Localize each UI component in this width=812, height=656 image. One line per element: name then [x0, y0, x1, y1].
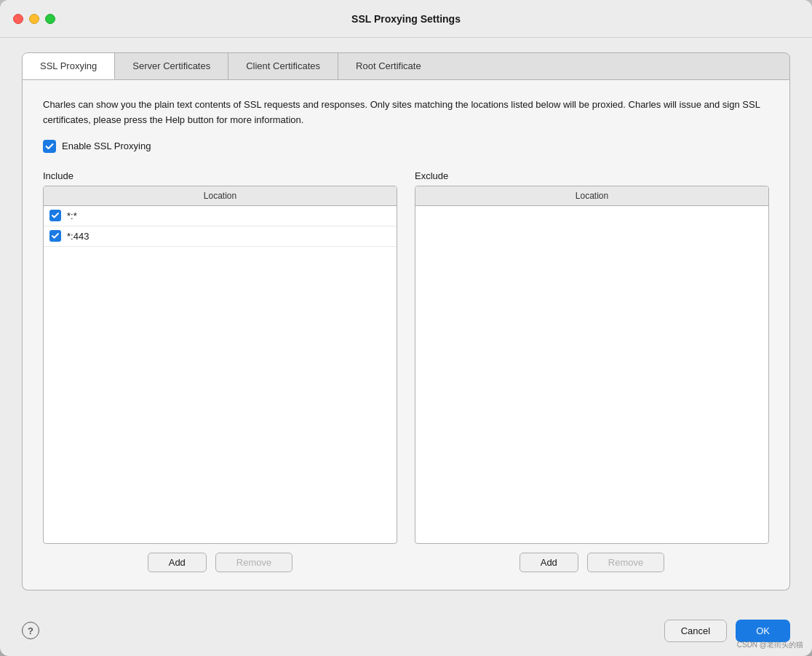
include-label: Include: [43, 170, 397, 181]
include-row-1-checkbox[interactable]: [49, 230, 61, 242]
exclude-buttons: Add Remove: [415, 553, 769, 572]
window: SSL Proxying Settings SSL Proxying Serve…: [0, 0, 812, 656]
tab-server-certificates[interactable]: Server Certificates: [115, 53, 228, 79]
tables-row: Include Location *:*: [43, 170, 769, 572]
exclude-column-header: Location: [415, 186, 768, 206]
maximize-button[interactable]: [45, 14, 55, 24]
tab-content: Charles can show you the plain text cont…: [22, 80, 790, 590]
include-buttons: Add Remove: [43, 553, 397, 572]
traffic-lights: [13, 14, 55, 24]
exclude-label: Exclude: [415, 170, 769, 181]
exclude-add-button[interactable]: Add: [520, 553, 578, 572]
include-table-body: *:* *:443: [44, 206, 397, 543]
table-row: *:443: [44, 226, 397, 247]
enable-ssl-proxying-label: Enable SSL Proxying: [62, 141, 151, 151]
include-row-0-value: *:*: [67, 210, 77, 221]
include-row-1-value: *:443: [67, 231, 89, 242]
bottom-buttons: Cancel OK: [664, 620, 790, 642]
exclude-table: Location: [415, 186, 769, 544]
description-text: Charles can show you the plain text cont…: [43, 98, 769, 128]
exclude-table-body: [415, 206, 768, 543]
main-content: SSL Proxying Server Certificates Client …: [0, 38, 812, 605]
table-row: *:*: [44, 206, 397, 226]
include-add-button[interactable]: Add: [148, 553, 207, 572]
ok-button[interactable]: OK: [736, 620, 790, 642]
title-bar: SSL Proxying Settings: [0, 0, 812, 38]
tab-ssl-proxying[interactable]: SSL Proxying: [23, 53, 115, 79]
enable-ssl-proxying-checkbox[interactable]: [43, 140, 56, 153]
bottom-bar: ? Cancel OK: [0, 605, 812, 656]
exclude-remove-button[interactable]: Remove: [587, 553, 664, 572]
include-row-0-checkbox[interactable]: [49, 210, 61, 221]
help-button[interactable]: ?: [22, 622, 39, 639]
tab-root-certificate[interactable]: Root Certificate: [338, 53, 439, 79]
include-column-header: Location: [44, 186, 397, 206]
include-remove-button[interactable]: Remove: [215, 553, 292, 572]
window-title: SSL Proxying Settings: [351, 13, 461, 25]
enable-ssl-proxying-row: Enable SSL Proxying: [43, 140, 769, 153]
include-section: Include Location *:*: [43, 170, 397, 572]
exclude-section: Exclude Location Add Remove: [415, 170, 769, 572]
cancel-button[interactable]: Cancel: [664, 620, 727, 642]
tab-client-certificates[interactable]: Client Certificates: [228, 53, 338, 79]
watermark: CSDN @老街头的猫: [737, 640, 803, 650]
minimize-button[interactable]: [29, 14, 39, 24]
tab-bar: SSL Proxying Server Certificates Client …: [22, 52, 790, 80]
include-table: Location *:*: [43, 186, 397, 544]
close-button[interactable]: [13, 14, 23, 24]
